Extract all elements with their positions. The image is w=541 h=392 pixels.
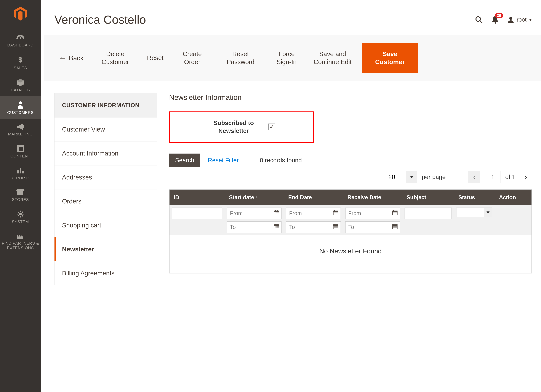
calendar-icon[interactable] xyxy=(392,210,398,217)
calendar-icon[interactable] xyxy=(274,210,279,217)
svg-rect-83 xyxy=(396,210,396,211)
filter-receive-from[interactable] xyxy=(345,208,400,219)
sidebar-item-reports[interactable]: REPORTS xyxy=(0,162,41,184)
pager-prev-button[interactable]: ‹ xyxy=(468,171,480,183)
col-status[interactable]: Status xyxy=(454,190,495,205)
svg-rect-97 xyxy=(394,227,395,227)
delete-customer-button[interactable]: Delete Customer xyxy=(90,43,140,73)
svg-rect-47 xyxy=(277,224,278,225)
pager: per page ‹ of 1 › xyxy=(169,171,532,183)
page-size-select[interactable] xyxy=(385,171,417,183)
sidebar-item-partners[interactable]: FIND PARTNERS & EXTENSIONS xyxy=(0,228,41,254)
col-receive-date[interactable]: Receive Date xyxy=(343,190,402,205)
col-id[interactable]: ID xyxy=(169,190,225,205)
svg-rect-37 xyxy=(276,213,276,213)
svg-rect-96 xyxy=(393,227,394,227)
tab-orders[interactable]: Orders xyxy=(54,189,157,213)
sidebar-item-label: CONTENT xyxy=(1,154,40,158)
svg-point-25 xyxy=(18,235,19,236)
calendar-icon[interactable] xyxy=(333,224,338,231)
notifications-button[interactable]: 39 xyxy=(491,16,499,24)
tab-label: Addresses xyxy=(62,174,92,181)
svg-rect-19 xyxy=(22,214,24,214)
svg-rect-67 xyxy=(337,214,338,214)
svg-point-5 xyxy=(19,101,22,104)
filter-subject-input[interactable] xyxy=(405,208,452,219)
user-menu[interactable]: root xyxy=(507,16,532,23)
page-size-value[interactable] xyxy=(385,171,406,183)
magento-logo[interactable] xyxy=(5,2,36,29)
subscribed-highlight-box: Subscribed to Newsletter xyxy=(169,112,314,143)
force-signin-button[interactable]: Force Sign-In xyxy=(267,43,306,73)
sidebar-item-system[interactable]: SYSTEM xyxy=(0,206,41,228)
sidebar-item-content[interactable]: CONTENT xyxy=(0,140,41,162)
tab-billing-agreements[interactable]: Billing Agreements xyxy=(54,261,157,285)
filter-end-from[interactable] xyxy=(286,208,341,219)
svg-rect-48 xyxy=(275,227,276,227)
search-button[interactable]: Search xyxy=(169,153,200,167)
sidebar-item-catalog[interactable]: CATALOG xyxy=(0,74,41,96)
tab-shopping-cart[interactable]: Shopping cart xyxy=(54,213,157,237)
svg-rect-22 xyxy=(21,211,23,213)
filter-action-cell xyxy=(495,205,532,235)
svg-rect-55 xyxy=(278,228,279,228)
sidebar-item-marketing[interactable]: MARKETING xyxy=(0,119,41,140)
sidebar-item-customers[interactable]: CUSTOMERS xyxy=(0,96,41,119)
calendar-icon[interactable] xyxy=(333,210,338,217)
save-customer-button[interactable]: Save Customer xyxy=(362,43,418,73)
section-title: Newsletter Information xyxy=(169,93,532,106)
filter-start-to[interactable] xyxy=(227,221,281,233)
back-button[interactable]: ← Back xyxy=(50,43,90,73)
create-order-button[interactable]: Create Order xyxy=(170,43,214,73)
marketing-icon xyxy=(16,123,25,130)
svg-rect-95 xyxy=(396,224,396,225)
svg-rect-102 xyxy=(395,228,396,228)
reset-password-button[interactable]: Reset Password xyxy=(214,43,267,73)
tab-label: Orders xyxy=(62,198,81,205)
btn-label: Reset Password xyxy=(221,50,260,66)
svg-rect-87 xyxy=(396,213,397,213)
svg-rect-79 xyxy=(337,228,338,228)
pager-page-input[interactable] xyxy=(485,171,501,183)
pager-next-button[interactable]: › xyxy=(520,171,532,183)
svg-rect-86 xyxy=(395,213,396,213)
sidebar-item-sales[interactable]: $ SALES xyxy=(0,51,41,74)
filter-end-to[interactable] xyxy=(286,221,341,233)
svg-line-29 xyxy=(480,21,482,23)
caret-down-icon xyxy=(529,19,532,21)
records-found-label: 0 records found xyxy=(260,157,302,164)
calendar-icon[interactable] xyxy=(392,224,398,231)
back-label: Back xyxy=(69,54,84,62)
sidebar-item-stores[interactable]: STORES xyxy=(0,184,41,206)
col-label: Receive Date xyxy=(347,194,381,200)
col-subject[interactable]: Subject xyxy=(402,190,454,205)
svg-point-30 xyxy=(494,22,496,24)
reset-button[interactable]: Reset xyxy=(140,43,170,73)
btn-label: Create Order xyxy=(177,50,207,66)
calendar-icon[interactable] xyxy=(274,224,279,231)
filter-receive-to[interactable] xyxy=(345,221,400,233)
search-icon[interactable] xyxy=(475,15,483,24)
svg-rect-49 xyxy=(276,227,276,227)
sidebar-item-dashboard[interactable]: DASHBOARD xyxy=(0,29,41,51)
tab-newsletter[interactable]: Newsletter xyxy=(54,237,157,261)
svg-rect-10 xyxy=(17,147,19,152)
tab-customer-view[interactable]: Customer View xyxy=(54,117,157,141)
tab-account-information[interactable]: Account Information xyxy=(54,141,157,165)
col-start-date[interactable]: Start date↑ xyxy=(225,190,284,205)
svg-rect-40 xyxy=(275,214,276,214)
sort-asc-icon: ↑ xyxy=(256,194,258,199)
subscribed-checkbox[interactable] xyxy=(268,123,275,130)
svg-rect-12 xyxy=(20,168,21,173)
filter-id-input[interactable] xyxy=(172,208,222,219)
filter-status-select[interactable] xyxy=(456,208,492,217)
reset-filter-link[interactable]: Reset Filter xyxy=(208,157,239,164)
newsletter-grid: ID Start date↑ End Date Receive Date Sub… xyxy=(169,189,532,274)
save-continue-button[interactable]: Save and Continue Edit xyxy=(306,43,359,73)
filter-start-from[interactable] xyxy=(227,208,281,219)
stores-icon xyxy=(16,189,25,196)
col-end-date[interactable]: End Date xyxy=(284,190,343,205)
svg-rect-82 xyxy=(393,210,394,211)
btn-label: Save and Continue Edit xyxy=(313,50,352,66)
tab-addresses[interactable]: Addresses xyxy=(54,165,157,189)
